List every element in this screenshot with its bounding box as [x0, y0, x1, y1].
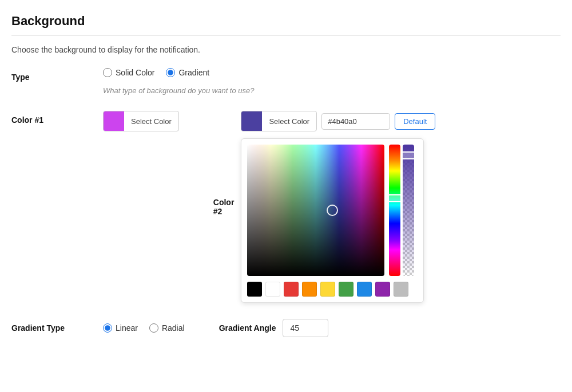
color2-default-button[interactable]: Default — [395, 113, 435, 130]
section-divider — [11, 35, 561, 36]
gradient-angle-label: Gradient Angle — [219, 323, 276, 333]
color1-swatch — [104, 111, 124, 131]
color1-section: Select Color — [103, 111, 179, 131]
gradient-type-row: Gradient Type Linear Radial Gradient Ang… — [11, 319, 561, 337]
solid-color-option[interactable]: Solid Color — [103, 68, 154, 77]
linear-label: Linear — [116, 323, 138, 333]
gradient-label: Gradient — [178, 68, 209, 77]
color2-hex-input[interactable] — [321, 113, 390, 130]
gradient-type-label: Gradient Type — [11, 319, 103, 333]
color1-label: Color #1 — [11, 111, 103, 125]
type-radio-group: Solid Color Gradient — [103, 68, 255, 77]
color-row: Color #1 Select Color Color#2 Select — [11, 111, 561, 303]
type-row: Type Solid Color Gradient What type of b… — [11, 68, 561, 95]
color2-section: Color#2 Select Color Default — [213, 111, 436, 303]
slider-group — [389, 145, 414, 276]
preset-blue[interactable] — [357, 282, 372, 297]
color1-button-label: Select Color — [124, 117, 178, 126]
gradient-angle-input[interactable] — [283, 319, 328, 337]
alpha-gradient — [403, 145, 414, 276]
preset-orange[interactable] — [302, 282, 317, 297]
radial-option[interactable]: Radial — [149, 323, 185, 333]
picker-main — [247, 145, 418, 276]
color2-button-label: Select Color — [262, 117, 316, 126]
type-label: Type — [11, 68, 103, 82]
radial-radio[interactable] — [149, 323, 158, 333]
hue-gradient — [389, 145, 400, 276]
color2-swatch — [241, 111, 262, 131]
gradient-angle-group: Gradient Angle — [219, 319, 329, 337]
color-gradient-area[interactable] — [247, 145, 384, 276]
page-description: Choose the background to display for the… — [11, 45, 561, 54]
radial-label: Radial — [162, 323, 185, 333]
preset-grey[interactable] — [394, 282, 408, 297]
gradient-radio[interactable] — [166, 68, 175, 77]
alpha-bar[interactable] — [403, 145, 414, 276]
linear-radio[interactable] — [103, 323, 112, 333]
solid-color-label: Solid Color — [116, 68, 154, 77]
linear-option[interactable]: Linear — [103, 323, 138, 333]
preset-colors — [247, 282, 418, 297]
preset-red[interactable] — [284, 282, 299, 297]
color-picker-popup — [241, 138, 424, 303]
gradient-canvas[interactable] — [247, 145, 384, 276]
color1-button[interactable]: Select Color — [103, 111, 179, 131]
solid-color-radio[interactable] — [103, 68, 112, 77]
preset-yellow[interactable] — [320, 282, 335, 297]
color2-label: Color#2 — [213, 198, 235, 216]
color2-button[interactable]: Select Color — [241, 111, 317, 131]
hue-bar[interactable] — [389, 145, 400, 276]
type-hint: What type of background do you want to u… — [103, 86, 255, 95]
preset-purple[interactable] — [375, 282, 390, 297]
page-container: Background Choose the background to disp… — [0, 0, 572, 367]
preset-black[interactable] — [247, 282, 262, 297]
preset-green[interactable] — [339, 282, 353, 297]
color2-controls: Select Color Default — [241, 111, 435, 131]
alpha-thumb[interactable] — [403, 151, 414, 159]
hue-thumb[interactable] — [389, 194, 400, 202]
gradient-option[interactable]: Gradient — [166, 68, 209, 77]
page-title: Background — [11, 14, 561, 29]
gradient-type-radio-group: Linear Radial — [103, 323, 185, 333]
preset-white[interactable] — [265, 282, 280, 297]
